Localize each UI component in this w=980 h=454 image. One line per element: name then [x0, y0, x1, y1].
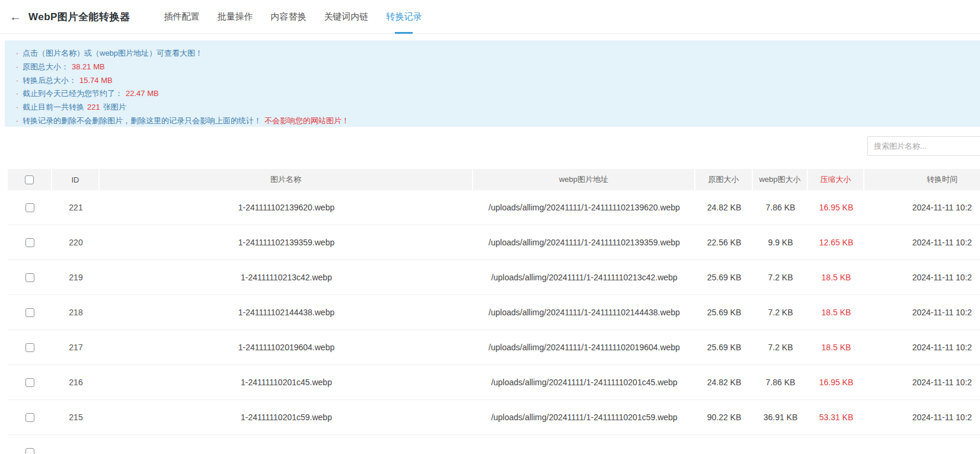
row-checkbox[interactable]: [25, 273, 34, 282]
cell-image-name[interactable]: 1-24111110201c45.webp: [100, 365, 473, 399]
cell-compressed-size: 16.95 KB: [808, 190, 864, 225]
notice-line: · 截止目前一共转换 221 张图片: [12, 102, 980, 116]
notice-warning: 不会影响您的网站图片！: [264, 116, 349, 126]
cell-convert-time: 2024-11-11 10:2: [864, 295, 980, 330]
cell-webp-url[interactable]: /uploads/allimg/20241111/1-24111110201c4…: [473, 365, 695, 399]
notice-text: 转换后总大小：: [23, 75, 76, 86]
cell-id: 218: [52, 295, 100, 330]
cell-webp-size: 7.2 KB: [753, 295, 808, 330]
tab-bar: 插件配置 批量操作 内容替换 关键词内链 转换记录: [155, 0, 430, 34]
notice-text: 原图总大小：: [23, 62, 69, 72]
table-header: ID 图片名称 webp图片地址 原图大小 webp图大小 压缩大小 转换时间: [8, 169, 980, 190]
bullet-icon: ·: [12, 103, 23, 111]
cell-convert-time: 2024-11-11 10:2: [864, 225, 980, 260]
cell-compressed-size: 16.95 KB: [808, 365, 864, 399]
notice-value: 38.21 MB: [72, 62, 105, 71]
tab-conversion-records[interactable]: 转换记录: [377, 0, 430, 34]
table-row: 220 1-241111102139359.webp /uploads/alli…: [8, 225, 980, 260]
cell-id: 216: [52, 365, 100, 399]
notice-text: 截止目前一共转换: [23, 102, 84, 113]
cell-image-name[interactable]: 1-241111102144438.webp: [100, 295, 473, 330]
cell-webp-size: 7.86 KB: [753, 190, 808, 225]
cell-webp-url[interactable]: /uploads/allimg/20241111/1-2411111021444…: [473, 295, 695, 330]
cell-webp-url[interactable]: /uploads/allimg/20241111/1-24111110201c5…: [473, 400, 695, 434]
notice-line: · 点击（图片名称）或（webp图片地址）可查看大图！: [12, 48, 980, 62]
notice-line: · 截止到今天已经为您节约了： 22.47 MB: [12, 88, 980, 102]
header-webp-url: webp图片地址: [473, 169, 695, 190]
notice-text: 点击（图片名称）或（webp图片地址）可查看大图！: [23, 48, 203, 59]
cell-original-size: 25.69 KB: [695, 260, 753, 295]
cell-compressed-size: 18.5 KB: [808, 260, 864, 295]
notice-value: 22.47 MB: [126, 89, 159, 98]
search-input[interactable]: [867, 136, 980, 156]
cell-compressed-size: 18.5 KB: [808, 330, 864, 365]
cell-webp-size: 9.9 KB: [753, 225, 808, 260]
tab-plugin-config[interactable]: 插件配置: [155, 0, 208, 34]
notice-text: 张图片: [103, 102, 126, 113]
row-checkbox[interactable]: [25, 308, 34, 317]
notice-value: 221: [87, 103, 100, 111]
cell-webp-size: 36.91 KB: [753, 400, 808, 434]
header-webp-size: webp图大小: [753, 169, 808, 190]
cell-original-size: 24.82 KB: [695, 190, 753, 225]
cell-webp-url[interactable]: /uploads/allimg/20241111/1-2411111021396…: [473, 190, 695, 225]
header-select-all-cell: [8, 169, 52, 190]
tab-keyword-links[interactable]: 关键词内链: [315, 0, 377, 34]
row-checkbox[interactable]: [25, 448, 34, 454]
row-checkbox[interactable]: [25, 378, 34, 387]
cell-webp-url[interactable]: /uploads/allimg/20241111/1-24111110213c4…: [473, 260, 695, 295]
bullet-icon: ·: [12, 62, 23, 71]
select-all-checkbox[interactable]: [25, 175, 34, 184]
table-row: 216 1-24111110201c45.webp /uploads/allim…: [8, 365, 980, 400]
cell-convert-time: 2024-11-11 10:2: [864, 190, 980, 225]
records-table: ID 图片名称 webp图片地址 原图大小 webp图大小 压缩大小 转换时间 …: [8, 169, 980, 454]
notice-line: · 转换记录的删除不会删除图片，删除这里的记录只会影响上面的统计！ 不会影响您的…: [12, 116, 980, 129]
row-checkbox[interactable]: [25, 343, 34, 352]
bullet-icon: ·: [12, 49, 23, 57]
tab-batch-operations[interactable]: 批量操作: [208, 0, 261, 34]
header-convert-time: 转换时间: [864, 169, 980, 190]
back-arrow-icon[interactable]: ←: [9, 11, 21, 23]
bullet-icon: ·: [12, 89, 23, 98]
tab-content-replace[interactable]: 内容替换: [261, 0, 315, 34]
cell-id: 221: [52, 190, 100, 225]
cell-original-size: 90.22 KB: [695, 400, 753, 434]
table-row: 218 1-241111102144438.webp /uploads/alli…: [8, 295, 980, 330]
notice-text: 转换记录的删除不会删除图片，删除这里的记录只会影响上面的统计！: [23, 116, 261, 126]
cell-compressed-size: 18.5 KB: [808, 295, 864, 330]
cell-webp-size: 7.2 KB: [753, 330, 808, 365]
header-original-size: 原图大小: [695, 169, 753, 190]
cell-original-size: 22.56 KB: [695, 225, 753, 260]
top-bar: ← WebP图片全能转换器 插件配置 批量操作 内容替换 关键词内链 转换记录: [0, 0, 980, 34]
row-checkbox[interactable]: [25, 203, 34, 212]
search-area: [867, 136, 980, 156]
cell-id: 219: [52, 260, 100, 295]
cell-webp-url[interactable]: /uploads/allimg/20241111/1-2411111021393…: [473, 225, 695, 260]
header-compressed-size: 压缩大小: [808, 169, 864, 190]
header-id: ID: [52, 169, 100, 190]
cell-compressed-size: 53.31 KB: [808, 400, 864, 434]
cell-webp-size: 7.2 KB: [753, 260, 808, 295]
page-title: WebP图片全能转换器: [28, 10, 130, 24]
cell-image-name[interactable]: 1-241111102139620.webp: [100, 190, 473, 225]
table-body: 221 1-241111102139620.webp /uploads/alli…: [8, 190, 980, 454]
cell-original-size: 25.69 KB: [695, 330, 753, 365]
cell-convert-time: 2024-11-11 10:2: [864, 260, 980, 295]
table-row-partial: [8, 435, 980, 454]
cell-image-name[interactable]: 1-24111110201c59.webp: [100, 400, 473, 434]
cell-convert-time: 2024-11-11 10:2: [864, 365, 980, 399]
cell-id: 215: [52, 400, 100, 434]
cell-id: 217: [52, 330, 100, 365]
cell-image-name[interactable]: 1-241111102019604.webp: [100, 330, 473, 365]
header-image-name: 图片名称: [100, 169, 473, 190]
cell-webp-url[interactable]: /uploads/allimg/20241111/1-2411111020196…: [473, 330, 695, 365]
bullet-icon: ·: [12, 116, 23, 125]
row-checkbox[interactable]: [25, 413, 34, 422]
notice-text: 截止到今天已经为您节约了：: [23, 88, 123, 99]
cell-image-name[interactable]: 1-24111110213c42.webp: [100, 260, 473, 295]
cell-image-name[interactable]: 1-241111102139359.webp: [100, 225, 473, 260]
notice-panel: · 点击（图片名称）或（webp图片地址）可查看大图！ · 原图总大小： 38.…: [5, 40, 980, 127]
table-row: 217 1-241111102019604.webp /uploads/alli…: [8, 330, 980, 365]
row-checkbox[interactable]: [25, 238, 34, 247]
table-row: 215 1-24111110201c59.webp /uploads/allim…: [8, 400, 980, 435]
